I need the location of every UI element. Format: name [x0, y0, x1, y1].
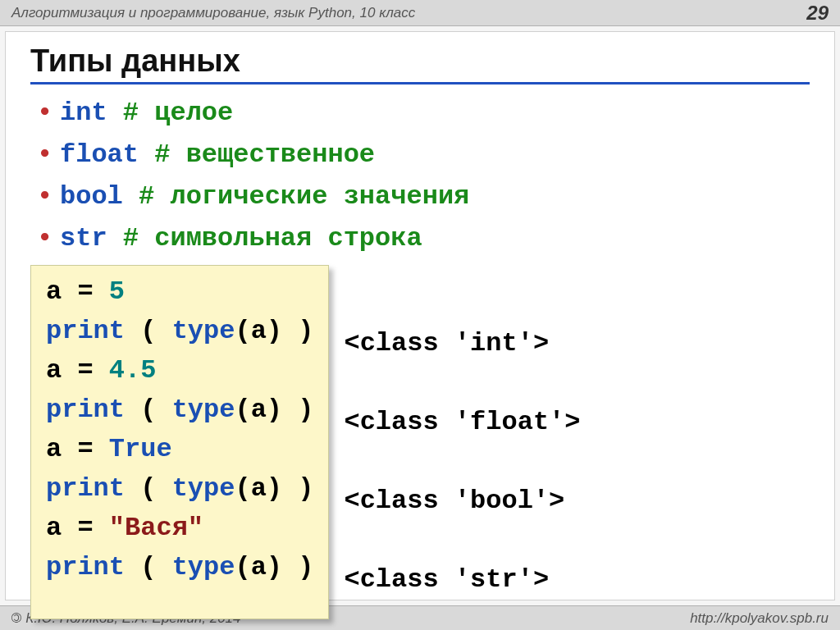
- list-item: str # символьная строка: [40, 217, 810, 258]
- page-number: 29: [806, 2, 829, 25]
- list-item: bool # логические значения: [40, 175, 810, 217]
- type-keyword: str: [60, 223, 107, 253]
- list-item: int # целое: [40, 91, 810, 133]
- slide-title: Типы данных: [30, 43, 810, 84]
- subject-text: Алгоритмизация и программирование, язык …: [11, 5, 415, 21]
- output-line: <class 'int'>: [344, 304, 580, 383]
- type-comment: # логические значения: [139, 181, 469, 212]
- output-block: <class 'int'> <class 'float'> <class 'bo…: [344, 265, 580, 619]
- type-comment: # символьная строка: [123, 223, 422, 253]
- type-comment: # целое: [123, 98, 233, 128]
- type-comment: # вещественное: [154, 139, 375, 170]
- type-keyword: int: [60, 98, 107, 128]
- copyleft-icon: ©: [11, 610, 22, 627]
- slide-header: Алгоритмизация и программирование, язык …: [0, 0, 840, 26]
- slide-body: Типы данных int # целое float # веществе…: [5, 31, 835, 600]
- list-item: float # вещественное: [40, 133, 810, 175]
- type-keyword: bool: [60, 181, 123, 212]
- type-list: int # целое float # вещественное bool # …: [40, 91, 810, 258]
- type-keyword: float: [60, 139, 139, 170]
- code-block: a = 5 print ( type(a) ) a = 4.5 print ( …: [30, 265, 329, 619]
- output-line: <class 'float'>: [344, 383, 580, 462]
- output-line: <class 'bool'>: [344, 462, 580, 541]
- output-line: <class 'str'>: [344, 541, 580, 619]
